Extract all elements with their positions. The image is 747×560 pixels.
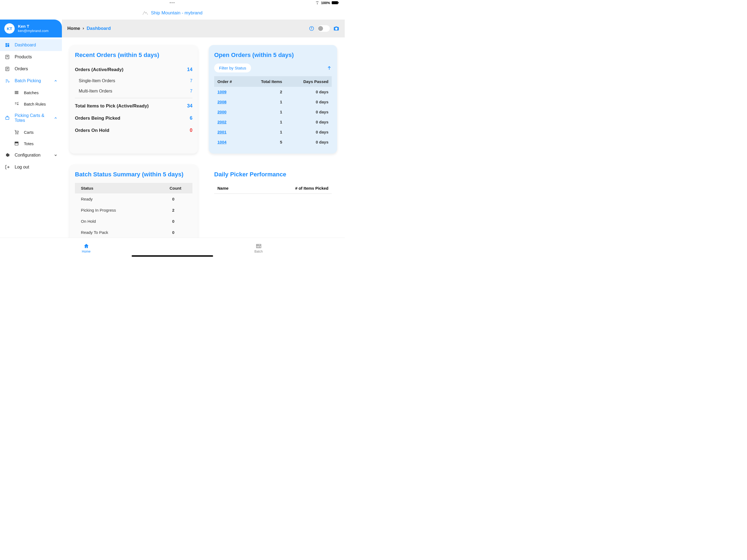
cell-count: 0 — [158, 216, 192, 227]
avatar: KT — [4, 23, 15, 34]
arrow-up-icon[interactable] — [327, 66, 332, 71]
toggle-knob — [318, 26, 323, 31]
nav-batch-rules-label: Batch Rules — [24, 102, 46, 106]
batch-status-card: Batch Status Summary (within 5 days) Sta… — [70, 164, 198, 238]
breadcrumb-current: Dashboard — [86, 26, 111, 31]
nav-configuration-label: Configuration — [15, 153, 41, 158]
home-indicator — [132, 255, 213, 257]
breadcrumb-home[interactable]: Home — [67, 26, 80, 31]
cell-status: Ready — [75, 193, 158, 205]
on-hold-row: Orders On Hold 0 — [75, 124, 192, 136]
nav-batches[interactable]: Batches — [6, 87, 62, 98]
svg-point-31 — [311, 27, 312, 28]
svg-point-24 — [16, 133, 16, 134]
breadcrumb: Home Dashboard — [62, 20, 345, 37]
orders-active-label: Orders (Active/Ready) — [75, 67, 124, 73]
svg-rect-23 — [6, 117, 9, 119]
order-link[interactable]: 1004 — [217, 140, 226, 144]
svg-rect-0 — [332, 1, 338, 4]
col-name: Name — [217, 186, 229, 190]
total-items-row: Total Items to Pick (Active/Ready) 34 — [75, 100, 192, 112]
app-title: Ship Mountain - mybrand — [142, 10, 203, 16]
battery-icon — [332, 1, 339, 5]
order-link[interactable]: 2008 — [217, 100, 226, 104]
table-row: 200810 days — [214, 97, 332, 107]
svg-rect-17 — [15, 92, 19, 93]
svg-rect-1 — [338, 2, 339, 3]
table-row: On Hold0 — [75, 216, 192, 227]
cell-days: 0 days — [285, 87, 332, 97]
table-row: Ready0 — [75, 193, 192, 205]
recent-orders-title: Recent Orders (within 5 days) — [75, 52, 192, 59]
order-link[interactable]: 2000 — [217, 110, 226, 114]
nav-picking-carts-totes[interactable]: Picking Carts & Totes — [0, 110, 62, 127]
drag-handle-dots: ••• — [170, 1, 175, 5]
open-orders-card: Open Orders (within 5 days) Filter by St… — [209, 45, 337, 154]
cell-items: 1 — [245, 117, 285, 127]
cell-items: 1 — [245, 127, 285, 137]
nav-totes-label: Totes — [24, 141, 34, 146]
cell-count: 0 — [158, 193, 192, 205]
nav-dashboard[interactable]: Dashboard — [0, 39, 62, 51]
open-orders-title: Open Orders (within 5 days) — [214, 52, 332, 59]
nav-batch-picking[interactable]: Batch Picking — [0, 75, 62, 87]
mountain-logo-icon — [142, 10, 148, 16]
svg-rect-27 — [15, 142, 18, 143]
nav-batches-label: Batches — [24, 90, 38, 95]
open-orders-table: Order # Total Items Days Passed 100920 d… — [214, 76, 332, 147]
user-name: Ken T — [18, 24, 49, 29]
single-item-value: 7 — [190, 78, 192, 83]
logout-icon — [4, 165, 10, 169]
filter-by-status-button[interactable]: Filter by Status — [214, 63, 251, 73]
svg-point-25 — [17, 133, 18, 134]
batch-status-table: Status Count Ready0Picking In Progress2O… — [75, 183, 192, 238]
gear-icon — [4, 153, 10, 158]
svg-point-32 — [335, 28, 337, 30]
cell-days: 0 days — [285, 97, 332, 107]
tab-batch-label: Batch — [254, 249, 263, 254]
table-row: Ready To Pack0 — [75, 227, 192, 238]
cell-items: 2 — [245, 87, 285, 97]
order-link[interactable]: 2001 — [217, 130, 226, 134]
cell-days: 0 days — [285, 127, 332, 137]
battery-percent: 100% — [321, 1, 330, 5]
nav-products[interactable]: Products — [0, 51, 62, 63]
cell-status: On Hold — [75, 216, 158, 227]
on-hold-value: 0 — [190, 128, 192, 133]
nav-logout-label: Log out — [15, 165, 29, 169]
nav-batch-rules[interactable]: Batch Rules — [6, 98, 62, 110]
on-hold-label: Orders On Hold — [75, 128, 109, 133]
cell-days: 0 days — [285, 107, 332, 117]
batch-picking-icon — [4, 78, 10, 83]
nav-batch-picking-label: Batch Picking — [15, 78, 41, 83]
nav-configuration[interactable]: Configuration — [0, 149, 62, 161]
table-row: 200010 days — [214, 107, 332, 117]
single-item-label: Single-Item Orders — [79, 78, 115, 83]
table-row: 100450 days — [214, 137, 332, 147]
orders-active-row: Orders (Active/Ready) 14 — [75, 63, 192, 76]
being-picked-value: 6 — [190, 115, 192, 121]
col-status: Status — [75, 183, 158, 193]
nav-logout[interactable]: Log out — [0, 161, 62, 173]
order-link[interactable]: 2002 — [217, 119, 226, 124]
orders-icon — [4, 66, 10, 71]
nav-carts[interactable]: Carts — [6, 127, 62, 138]
user-email: ken@mybrand.com — [18, 29, 49, 33]
picker-performance-title: Daily Picker Performance — [214, 171, 332, 178]
camera-icon[interactable] — [333, 26, 339, 31]
toggle-switch[interactable] — [317, 25, 330, 32]
multi-item-row: Multi-Item Orders 7 — [75, 86, 192, 96]
total-items-label: Total Items to Pick (Active/Ready) — [75, 103, 149, 109]
user-card[interactable]: KT Ken T ken@mybrand.com — [0, 20, 62, 37]
cell-days: 0 days — [285, 117, 332, 127]
nav-totes[interactable]: Totes — [6, 138, 62, 149]
nav-orders[interactable]: Orders — [0, 63, 62, 75]
order-link[interactable]: 1009 — [217, 89, 226, 94]
being-picked-row: Orders Being Picked 6 — [75, 112, 192, 124]
batches-icon — [14, 90, 20, 95]
single-item-row: Single-Item Orders 7 — [75, 76, 192, 86]
chevron-up-icon — [54, 116, 57, 120]
info-icon[interactable] — [309, 26, 314, 31]
svg-rect-16 — [15, 91, 19, 92]
cart-icon — [14, 130, 20, 135]
